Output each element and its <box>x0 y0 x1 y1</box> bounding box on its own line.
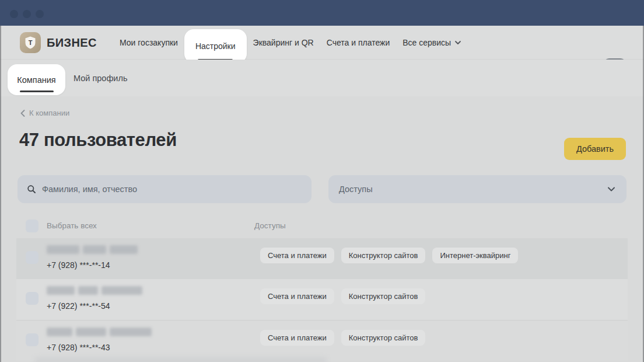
redacted-name <box>47 328 152 336</box>
access-tag: Счета и платежи <box>260 248 334 263</box>
nav-label: Эквайринг и QR <box>253 38 314 47</box>
row-tags: Счета и платежиКонструктор сайтов <box>260 288 425 304</box>
row-tags: Счета и платежиКонструктор сайтовИнтерне… <box>260 248 518 263</box>
nav-item-settings-active[interactable]: Настройки <box>184 29 247 63</box>
users-page: К компании 47 пользователей Добавить Дос… <box>0 96 644 362</box>
redacted-name <box>47 286 142 295</box>
brand-logo[interactable]: Т БИЗНЕС <box>20 32 97 53</box>
row-checkbox[interactable] <box>26 292 38 305</box>
search-icon <box>27 185 36 194</box>
row-checkbox[interactable] <box>26 251 38 264</box>
access-tag: Счета и платежи <box>260 288 334 304</box>
user-row[interactable]: +7 (922) ***-**-54 Счета и платежиКонстр… <box>16 279 628 320</box>
redacted-name <box>47 245 138 254</box>
access-column-header: Доступы <box>254 221 286 230</box>
nav-label: Все сервисы <box>402 38 451 47</box>
nav-item-goszakupki[interactable]: Мои госзакупки <box>113 38 184 47</box>
user-list: +7 (928) ***-**-14 Счета и платежиКонстр… <box>16 238 628 361</box>
brand-name: БИЗНЕС <box>47 36 97 50</box>
access-filter-dropdown[interactable]: Доступы <box>328 175 626 203</box>
app-window: Т БИЗНЕС Мои госзакупки Настройки Эквайр… <box>0 0 644 362</box>
main-navigation: Мои госзакупки Настройки Эквайринг и QR … <box>113 26 468 60</box>
nav-item-all-services[interactable]: Все сервисы <box>396 38 468 47</box>
back-link-label: К компании <box>29 109 69 117</box>
access-tag: Конструктор сайтов <box>341 330 426 346</box>
access-tag: Конструктор сайтов <box>341 248 426 263</box>
nav-label: Счета и платежи <box>327 38 390 47</box>
nav-label: Настройки <box>195 41 236 51</box>
nav-item-acquiring-qr[interactable]: Эквайринг и QR <box>247 38 320 47</box>
user-search-field[interactable] <box>18 175 312 203</box>
dropdown-value: Доступы <box>339 185 373 194</box>
chevron-left-icon <box>20 110 25 117</box>
user-phone: +7 (922) ***-**-54 <box>47 301 110 311</box>
nav-item-accounts-payments[interactable]: Счета и платежи <box>320 38 397 47</box>
access-tag: Конструктор сайтов <box>341 288 426 304</box>
t-bank-logo-icon: Т <box>20 32 41 53</box>
row-checkbox[interactable] <box>26 333 38 346</box>
app-header: Т БИЗНЕС Мои госзакупки Настройки Эквайр… <box>0 26 644 60</box>
svg-text:Т: Т <box>29 39 33 46</box>
tab-company-active[interactable]: Компания <box>8 64 65 95</box>
user-phone: +7 (928) ***-**-43 <box>47 343 110 352</box>
redacted-next-row <box>35 357 327 362</box>
chevron-down-icon <box>454 39 461 46</box>
tab-label: Мой профиль <box>74 74 127 83</box>
window-close-icon[interactable] <box>10 10 18 18</box>
access-tag: Интернет-эквайринг <box>432 248 518 263</box>
window-maximize-icon[interactable] <box>36 10 44 18</box>
settings-tabs: Компания Мой профиль <box>0 60 644 96</box>
add-user-button[interactable]: Добавить <box>564 138 626 160</box>
tab-my-profile[interactable]: Мой профиль <box>69 60 132 96</box>
tab-label: Компания <box>17 75 55 85</box>
back-to-company-link[interactable]: К компании <box>20 109 69 117</box>
window-minimize-icon[interactable] <box>23 10 31 18</box>
window-title-bar <box>0 0 644 26</box>
user-phone: +7 (928) ***-**-14 <box>47 260 110 270</box>
search-input[interactable] <box>42 185 302 194</box>
select-all-checkbox[interactable] <box>26 220 38 232</box>
chevron-down-icon <box>607 185 616 194</box>
select-all-label: Выбрать всех <box>47 221 97 230</box>
user-row[interactable]: +7 (928) ***-**-14 Счета и платежиКонстр… <box>16 238 628 279</box>
table-header: Выбрать всех Доступы <box>16 215 628 238</box>
row-tags: Счета и платежиКонструктор сайтов <box>260 330 425 346</box>
nav-label: Мои госзакупки <box>120 38 178 47</box>
page-title: 47 пользователей <box>19 130 177 151</box>
access-tag: Счета и платежи <box>260 330 334 346</box>
user-row[interactable]: +7 (928) ***-**-43 Счета и платежиКонстр… <box>16 320 628 361</box>
